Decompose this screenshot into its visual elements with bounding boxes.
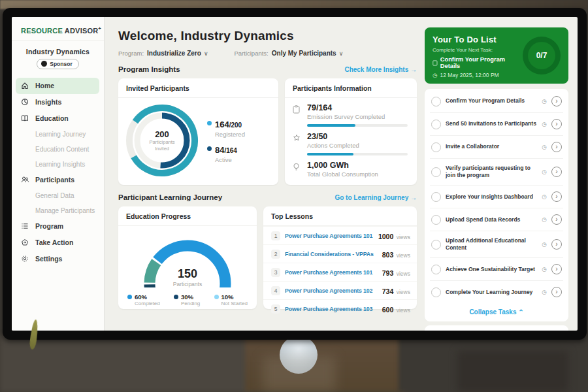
sidebar-item-education-content[interactable]: Education Content	[12, 142, 104, 157]
gauge-legend: 60% Completed 30% Pending 10% Not Starte…	[127, 293, 248, 306]
chevron-right-icon: ›	[555, 120, 557, 127]
lesson-link[interactable]: Financial Considerations - VPPAs	[285, 251, 378, 257]
sidebar-item-label: Take Action	[35, 238, 73, 246]
task-open-button[interactable]: ›	[551, 96, 562, 106]
stat-label: Total Global Consumption	[307, 171, 408, 178]
task-open-button[interactable]: ›	[551, 264, 562, 274]
filters-row: Program:Industrialize Zero∨ Participants…	[118, 50, 425, 57]
lesson-views: 734 views	[382, 285, 410, 297]
task-row-achieve-target[interactable]: Achieve One Sustainability Target ◷ ›	[430, 258, 563, 281]
arrow-right-icon: →	[410, 194, 417, 201]
actions-icon	[293, 132, 301, 155]
lesson-link[interactable]: Power Purchase Agreements 102	[285, 287, 378, 294]
task-open-button[interactable]: ›	[551, 287, 562, 297]
sidebar-item-insights[interactable]: Insights	[12, 94, 104, 110]
settings-gear-icon	[21, 255, 30, 263]
task-checkbox[interactable]	[431, 142, 441, 152]
monitor-stand-glow	[263, 356, 336, 392]
insights-icon	[21, 98, 30, 106]
link-label: Check More Insights	[344, 66, 408, 73]
task-label: Invite a Collaborator	[446, 143, 537, 150]
sidebar-item-learning-insights[interactable]: Learning Insights	[12, 157, 104, 172]
task-open-button[interactable]: ›	[551, 119, 562, 129]
task-checkbox[interactable]	[431, 215, 441, 225]
lesson-link[interactable]: Power Purchase Agreements 103	[285, 306, 378, 312]
invited-count: 200	[155, 129, 169, 139]
clock-icon: ◷	[433, 72, 437, 78]
task-checkbox[interactable]	[431, 287, 441, 297]
participants-filter[interactable]: Participants:Only My Participants∨	[234, 50, 343, 57]
task-row-explore-insights[interactable]: Explore Your Insights Dashboard ◷ ›	[430, 186, 563, 208]
program-list-icon	[21, 222, 30, 230]
task-open-button[interactable]: ›	[551, 214, 562, 225]
task-open-button[interactable]: ›	[551, 142, 562, 152]
stat-label: Emission Survey Completed	[307, 113, 408, 120]
arrow-right-icon: →	[410, 66, 417, 73]
sidebar-item-program[interactable]: Program	[12, 218, 104, 235]
task-row-verify-participants[interactable]: Verify participants requesting to join t…	[430, 159, 563, 186]
lesson-rank: 2	[271, 250, 280, 259]
progress-fill	[307, 153, 353, 155]
take-action-icon	[21, 238, 30, 246]
task-row-confirm-program[interactable]: Confirm Your Program Details ◷ ›	[430, 90, 563, 113]
lesson-link[interactable]: Power Purchase Agreements 101	[285, 269, 378, 276]
sidebar-subitem-label: Education Content	[35, 146, 89, 153]
collapse-tasks-link[interactable]: Collapse Tasks ⌃	[430, 303, 563, 321]
task-row-invite-collaborator[interactable]: Invite a Collaborator ◷ ›	[430, 136, 563, 159]
lesson-views: 1000 views	[378, 230, 410, 242]
task-checkbox[interactable]	[431, 265, 441, 274]
app-logo[interactable]: RESOURCE ADVISOR+	[12, 17, 104, 41]
go-to-learning-journey-link[interactable]: Go to Learning Journey →	[335, 194, 417, 201]
sidebar-item-participants[interactable]: Participants	[12, 172, 104, 188]
task-checkbox[interactable]	[431, 97, 441, 106]
legend-item-active: 84/164 Active	[207, 144, 245, 163]
sidebar-item-education[interactable]: Education	[12, 110, 104, 127]
stat-value: 79/164	[307, 103, 408, 112]
lesson-link[interactable]: Power Purchase Agreements 101	[285, 233, 374, 239]
sidebar-item-home[interactable]: Home	[16, 78, 99, 94]
sidebar-item-take-action[interactable]: Take Action	[12, 235, 104, 251]
task-checkbox[interactable]	[431, 192, 441, 202]
sidebar-item-general-data[interactable]: General Data	[12, 188, 104, 203]
sidebar: RESOURCE ADVISOR+ Industry Dynamics Spon…	[12, 17, 105, 331]
clock-icon: ◷	[542, 289, 547, 295]
program-filter[interactable]: Program:Industrialize Zero∨	[118, 50, 208, 57]
registered-dot-icon	[207, 121, 212, 125]
sponsor-badge[interactable]: Sponsor	[37, 59, 78, 69]
sidebar-item-learning-journey[interactable]: Learning Journey	[12, 127, 104, 142]
education-gauge-chart: 150 Participants	[139, 233, 237, 287]
sidebar-item-settings[interactable]: Settings	[12, 251, 104, 267]
logo-advisor: ADVISOR	[65, 27, 99, 35]
task-checkbox[interactable]	[431, 240, 441, 250]
clock-icon: ◷	[542, 217, 547, 223]
program-filter-value: Industrialize Zero	[147, 50, 201, 57]
task-checkbox[interactable]	[431, 167, 441, 177]
monitor-bezel: RESOURCE ADVISOR+ Industry Dynamics Spon…	[3, 8, 587, 340]
gauge-center-label: 150 Participants	[139, 268, 237, 287]
active-total: /164	[224, 147, 237, 154]
legend-label: Completed	[135, 301, 160, 306]
lesson-views: 803 views	[382, 248, 410, 260]
task-row-upload-educational-content[interactable]: Upload Additional Educational Content ◷ …	[430, 231, 563, 258]
chevron-right-icon: ›	[555, 168, 557, 175]
task-open-button[interactable]: ›	[551, 239, 562, 250]
card-title: Education Progress	[118, 206, 257, 226]
invited-participants-card: Invited Participants 200 Participant	[118, 78, 278, 185]
sidebar-item-label: Home	[35, 82, 54, 90]
clock-icon: ◷	[542, 122, 547, 127]
sidebar-item-manage-participants[interactable]: Manage Participants	[12, 203, 104, 218]
sponsor-badge-label: Sponsor	[50, 61, 72, 67]
task-checkbox[interactable]	[431, 120, 441, 129]
sidebar-item-label: Participants	[35, 176, 74, 184]
completed-dot-icon	[127, 295, 132, 299]
task-open-button[interactable]: ›	[551, 167, 562, 177]
task-row-upload-spend-data[interactable]: Upload Spend Data Records ◷ ›	[430, 208, 563, 231]
task-row-send-invitations[interactable]: Send 50 Invitations to Participants ◷ ›	[430, 113, 563, 136]
participants-filter-value: Only My Participants	[272, 50, 336, 57]
todo-next-task[interactable]: Confirm Your Program Details	[425, 53, 524, 69]
lesson-rank: 3	[271, 268, 280, 277]
task-row-complete-learning-journey[interactable]: Complete Your Learning Journey ◷ ›	[430, 281, 563, 303]
check-more-insights-link[interactable]: Check More Insights →	[344, 66, 417, 73]
lesson-row: 5 Power Purchase Agreements 103 600 view…	[263, 299, 417, 318]
task-open-button[interactable]: ›	[551, 191, 562, 202]
